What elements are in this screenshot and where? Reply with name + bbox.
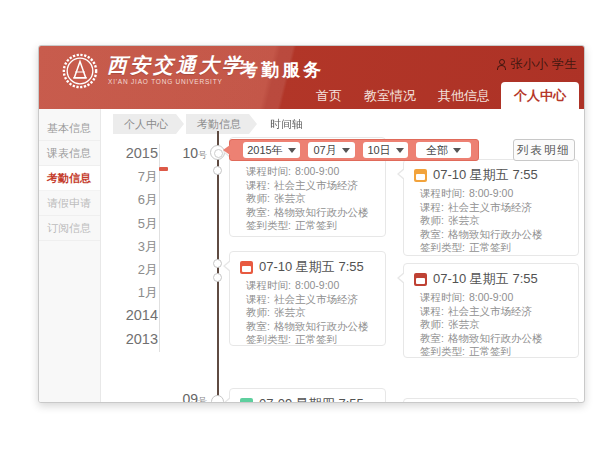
nav-personal-center[interactable]: 个人中心 <box>501 82 579 109</box>
timeline-node-small-3 <box>213 273 222 282</box>
card-header: 07-10 星期五 7:55 <box>259 258 364 276</box>
timeline-node-small-2 <box>213 259 222 268</box>
breadcrumb-attendance-info[interactable]: 考勤信息 <box>186 114 257 134</box>
attendance-card: 07-10 星期五 7:55 课程时间:8:00-9:00 课程:社会主义市场经… <box>403 159 579 256</box>
timeline-year-2015[interactable]: 2015 <box>101 142 158 165</box>
sidebar-item-attendance-info[interactable]: 考勤信息 <box>39 166 100 191</box>
university-name: 西安交通大学 <box>107 52 245 79</box>
calendar-green-icon <box>240 398 253 404</box>
page-background: 西安交通大学 XI'AN JIAO TONG UNIVERSITY 考勤服务 张… <box>0 0 600 450</box>
chevron-down-icon <box>453 148 461 153</box>
sidebar-item-schedule-info[interactable]: 课表信息 <box>39 141 100 166</box>
nav-home[interactable]: 首页 <box>305 82 353 109</box>
attendance-card: 07-10 星期五 7:55 课程时间:8:00-9:00 课程:社会主义市场经… <box>229 251 386 346</box>
chevron-down-icon <box>396 148 404 153</box>
calendar-red-orange-icon <box>240 261 253 274</box>
user-menu[interactable]: 张小小 学生 <box>496 56 578 73</box>
card-header: 07-09 星期四 7:55 <box>259 395 364 403</box>
timeline-month-jul[interactable]: 7月 <box>101 165 158 188</box>
timeline-year-2013[interactable]: 2013 <box>101 328 158 351</box>
breadcrumb-timeline[interactable]: 时间轴 <box>259 114 319 134</box>
timeline-node-small-1 <box>213 166 222 175</box>
timeline-month-jun[interactable]: 6月 <box>101 188 158 211</box>
day-select[interactable]: 10日 <box>363 142 408 158</box>
calendar-orange-icon <box>414 169 427 182</box>
day-marker-09: 09号 <box>167 391 207 403</box>
date-filter-bar: 2015年 07月 10日 全部 <box>229 139 479 161</box>
card-header: 07-10 星期五 7:55 <box>433 270 538 288</box>
year-select[interactable]: 2015年 <box>243 142 300 158</box>
university-name-en: XI'AN JIAO TONG UNIVERSITY <box>108 78 223 85</box>
chevron-down-icon <box>342 148 350 153</box>
nav-classrooms[interactable]: 教室情况 <box>353 82 427 109</box>
timeline-year-2014[interactable]: 2014 <box>101 304 158 327</box>
card-header: 07-10 星期五 7:55 <box>433 166 538 184</box>
user-role: 学生 <box>552 56 577 73</box>
month-select[interactable]: 07月 <box>308 142 355 158</box>
day-marker-10: 10号 <box>167 145 207 162</box>
timeline-year-list: 2015 7月 6月 5月 3月 2月 1月 2014 2013 <box>101 142 158 351</box>
sidebar-item-basic-info[interactable]: 基本信息 <box>39 116 100 141</box>
app-window: 西安交通大学 XI'AN JIAO TONG UNIVERSITY 考勤服务 张… <box>38 45 585 403</box>
timeline-month-jan[interactable]: 1月 <box>101 281 158 304</box>
app-title: 考勤服务 <box>240 58 324 82</box>
sidebar-item-leave-request[interactable]: 请假申请 <box>39 191 100 216</box>
month-list-divider <box>159 144 160 352</box>
main-nav: 首页 教室情况 其他信息 个人中心 <box>305 82 579 109</box>
type-select[interactable]: 全部 <box>416 142 471 158</box>
list-detail-button[interactable]: 列表明细 <box>513 139 575 161</box>
attendance-card: 07-09 星期四 7:55 课程时间:8:00-9:00 课程:社会主义市场经… <box>229 388 386 403</box>
attendance-card-partial <box>403 398 579 403</box>
nav-other-info[interactable]: 其他信息 <box>427 82 501 109</box>
app-header: 西安交通大学 XI'AN JIAO TONG UNIVERSITY 考勤服务 张… <box>39 46 585 109</box>
person-icon <box>496 59 507 70</box>
calendar-dark-red-icon <box>414 273 427 286</box>
attendance-card: 07-10 星期五 7:55 课程时间:8:00-9:00 课程:社会主义市场经… <box>403 263 579 358</box>
sidebar-item-subscription-info[interactable]: 订阅信息 <box>39 216 100 241</box>
timeline-month-may[interactable]: 5月 <box>101 212 158 235</box>
timeline-month-feb[interactable]: 2月 <box>101 258 158 281</box>
sidebar: 基本信息 课表信息 考勤信息 请假申请 订阅信息 <box>39 109 101 402</box>
user-name: 张小小 <box>511 56 549 73</box>
chevron-down-icon <box>288 148 296 153</box>
timeline-month-mar[interactable]: 3月 <box>101 235 158 258</box>
university-logo-icon <box>61 52 99 90</box>
current-month-marker <box>159 167 168 171</box>
breadcrumb-personal-center[interactable]: 个人中心 <box>113 114 184 134</box>
